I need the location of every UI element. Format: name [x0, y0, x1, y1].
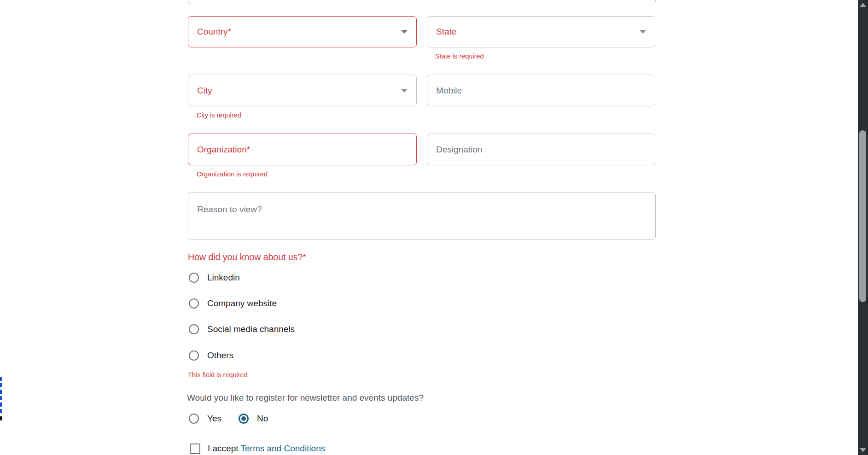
radio-selected-icon [239, 414, 249, 424]
radio-unselected-icon [189, 324, 199, 334]
reason-textarea[interactable] [188, 192, 656, 240]
newsletter-radio-no[interactable]: No [239, 412, 268, 425]
newsletter-question: Would you like to register for newslette… [187, 393, 424, 403]
terms-accept-text: I accept Terms and Conditions [208, 443, 325, 454]
radio-unselected-icon [189, 298, 199, 309]
radio-option-label: No [257, 414, 268, 424]
terms-prefix: I accept [208, 443, 239, 453]
state-select-label: State [436, 27, 636, 37]
radio-option-others[interactable]: Others [189, 349, 233, 362]
referral-heading: How did you know about us?* [188, 252, 306, 262]
organization-input-label: Organization* [197, 145, 408, 155]
radio-option-label: Yes [207, 414, 221, 424]
scrollbar-thumb[interactable] [859, 130, 866, 302]
state-error-text: State is required [435, 52, 484, 60]
country-select[interactable]: Country* [188, 16, 417, 47]
dropdown-arrow-icon [640, 30, 646, 34]
checkbox-unchecked-icon [190, 443, 200, 454]
city-select-label: City [197, 86, 397, 96]
radio-option-label: Company website [207, 298, 277, 309]
referral-error-text: This field is required [188, 371, 248, 379]
terms-checkbox-row[interactable]: I accept Terms and Conditions [190, 442, 325, 455]
radio-option-social-media[interactable]: Social media channels [189, 323, 295, 336]
city-error-text: City is required [197, 111, 241, 119]
vertical-scrollbar[interactable] [858, 0, 868, 455]
city-select[interactable]: City [188, 75, 417, 106]
designation-input[interactable] [427, 134, 655, 165]
registration-form-page: Country* State State is required City Ci… [0, 0, 868, 455]
scroll-up-arrow-icon[interactable] [860, 3, 866, 7]
clipped-side-tab[interactable] [0, 377, 2, 414]
country-select-label: Country* [197, 27, 397, 37]
mobile-input[interactable] [427, 75, 655, 106]
radio-unselected-icon [189, 414, 199, 424]
organization-input[interactable]: Organization* [188, 134, 417, 165]
terms-and-conditions-link[interactable]: Terms and Conditions [240, 443, 325, 453]
scroll-down-arrow-icon[interactable] [860, 448, 866, 452]
radio-option-linkedin[interactable]: Linkedin [189, 271, 240, 284]
clipped-side-dot [0, 416, 2, 420]
clipped-top-field[interactable] [188, 0, 656, 4]
radio-option-company-website[interactable]: Company website [189, 297, 277, 310]
radio-unselected-icon [189, 350, 199, 361]
radio-option-label: Social media channels [207, 324, 295, 334]
dropdown-arrow-icon [401, 30, 408, 34]
newsletter-radio-yes[interactable]: Yes [189, 412, 221, 425]
organization-error-text: Organization is required [197, 170, 268, 178]
radio-unselected-icon [189, 273, 199, 283]
state-select[interactable]: State [427, 16, 655, 47]
radio-option-label: Linkedin [207, 273, 240, 283]
radio-option-label: Others [207, 350, 233, 361]
dropdown-arrow-icon [401, 89, 408, 93]
